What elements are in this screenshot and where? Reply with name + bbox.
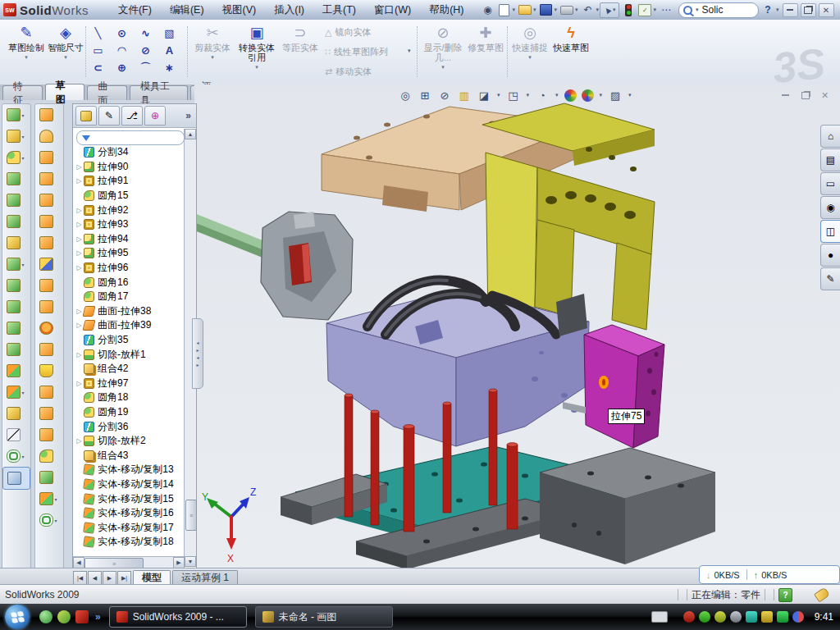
offset-entities-button[interactable]: ⊃ 等距实体 (282, 23, 318, 80)
sketch-entity-icon[interactable]: ⊘ (135, 42, 158, 59)
open-dropdown-icon[interactable]: ▾ (533, 7, 536, 13)
expand-arrow-icon[interactable]: ▷ (75, 380, 84, 387)
feature-tool-button[interactable]: ▾ (2, 381, 29, 403)
tree-item[interactable]: ▷ 实体-移动/复制14 (75, 477, 183, 492)
tree-item[interactable]: ▷ 拉伸93 (75, 217, 183, 232)
zoom-in-out-icon[interactable]: ⊘ (437, 88, 452, 103)
view-settings-icon[interactable]: ▨ (608, 88, 623, 103)
expand-arrow-icon[interactable]: ▷ (75, 264, 84, 272)
select-tool[interactable]: ▲▾ (600, 2, 619, 18)
display-style-icon[interactable]: ◪ (477, 88, 491, 103)
tag-icon[interactable] (814, 587, 830, 602)
feature-tool-button[interactable]: ▾ (2, 424, 29, 445)
tray-icon[interactable] (777, 611, 788, 623)
surface-tool-button[interactable]: ▾ (35, 360, 62, 381)
tree-item[interactable]: ▷ 曲面-拉伸39 (75, 318, 183, 333)
feature-tool-button[interactable]: ▾ (2, 339, 29, 360)
surface-tool-button[interactable]: ▾ (35, 168, 62, 189)
tree-item[interactable]: ▷ 实体-移动/复制15 (75, 491, 183, 506)
surface-tool-button[interactable]: ▾ (35, 296, 62, 317)
app-restore-button[interactable] (801, 3, 816, 17)
doc-close-button[interactable]: ✕ (818, 89, 832, 101)
save-icon[interactable] (539, 3, 554, 17)
sketch-entity-icon[interactable]: ⌒ (135, 59, 158, 76)
sketch-entity-icon[interactable]: ▭ (87, 42, 111, 59)
surface-tool-button[interactable]: ▾ (35, 232, 62, 253)
featuremanager-tab-icon[interactable] (75, 106, 97, 126)
tray-icon[interactable] (730, 611, 742, 623)
doc-restore-button[interactable] (798, 89, 812, 101)
nav-last-button[interactable]: ▶| (117, 571, 131, 585)
tray-icon[interactable] (746, 611, 757, 623)
command-tab[interactable]: 模具工具 (130, 85, 188, 100)
propertymanager-tab-icon[interactable]: ✎ (98, 106, 120, 126)
tree-item[interactable]: ▷ 切除-放样2 (75, 434, 183, 449)
feature-tool-button[interactable]: ▾ (2, 317, 29, 339)
task-pane-tab[interactable]: ◉ (820, 196, 840, 219)
surface-tool-button[interactable]: ▾ (35, 445, 62, 467)
feature-tool-button[interactable]: ▾ (2, 445, 29, 467)
menu-item[interactable]: 工具(T) (314, 1, 364, 20)
feature-tool-button[interactable]: ▾ (2, 168, 29, 189)
scroll-down-button[interactable]: ▼ (185, 556, 196, 567)
tree-item[interactable]: ▷ 拉伸96 (75, 261, 183, 276)
surface-tool-button[interactable]: ▾ (35, 253, 62, 275)
options-dropdown-icon[interactable]: ▾ (653, 7, 656, 13)
tree-item[interactable]: ▷ 圆角18 (75, 390, 183, 405)
menu-item[interactable]: 文件(F) (110, 1, 160, 20)
tree-filter-input[interactable] (76, 130, 185, 145)
surface-tool-button[interactable]: ▾ (35, 189, 62, 211)
surface-tool-button[interactable]: ▾ (35, 403, 62, 424)
command-tab[interactable]: 草图 (45, 84, 85, 100)
sketch-button[interactable]: ✎ 草图绘制▾ (7, 23, 46, 80)
surface-tool-button[interactable]: ▾ (35, 126, 62, 147)
menu-item[interactable]: 插入(I) (266, 1, 313, 20)
surface-tool-button[interactable]: ▾ (35, 317, 62, 339)
tree-item[interactable]: ▷ 分割35 (75, 333, 183, 348)
tree-item[interactable]: ▷ 拉伸91 (75, 174, 183, 189)
command-tab[interactable]: 特征 (2, 85, 43, 100)
menu-item[interactable]: 视图(V) (214, 1, 265, 20)
rebuild-icon[interactable] (621, 3, 636, 17)
tree-item[interactable]: ▷ 曲面-拉伸38 (75, 304, 183, 319)
pin-icon[interactable]: ◉ (480, 3, 495, 17)
configurationmanager-tab-icon[interactable]: ⎇ (121, 106, 143, 126)
surface-tool-button[interactable]: ▾ (35, 147, 62, 168)
menu-item[interactable]: 编辑(E) (162, 1, 212, 20)
zoom-to-area-icon[interactable]: ⊞ (418, 88, 432, 103)
display-delete-relations-button[interactable]: ⊘ 显示/删除几...▾ (422, 23, 464, 80)
scene-icon[interactable] (582, 89, 594, 102)
scroll-right-button[interactable]: ▶ (173, 557, 185, 568)
expand-arrow-icon[interactable]: ▷ (75, 207, 84, 214)
search-box[interactable]: ▾ Solic (678, 2, 759, 18)
feature-tool-button[interactable]: ▾ (2, 403, 29, 424)
search-dropdown-icon[interactable]: ▾ (696, 7, 699, 13)
task-pane-tab[interactable]: ● (820, 244, 840, 267)
sketch-entity-icon[interactable]: ⊙ (111, 25, 135, 42)
scene-dropdown-icon[interactable]: ▾ (600, 92, 603, 98)
help-dropdown-icon[interactable]: ▾ (776, 7, 779, 13)
expand-arrow-icon[interactable]: ▷ (75, 235, 84, 243)
section-view-icon[interactable]: ▥ (457, 88, 472, 103)
view-settings-dropdown-icon[interactable]: ▾ (628, 92, 632, 98)
tree-item[interactable]: ▷ 拉伸92 (75, 203, 183, 217)
taskbar-window-button[interactable]: 未命名 - 画图 (255, 606, 393, 628)
surface-tool-button[interactable]: ▾ (35, 381, 62, 403)
tray-icon[interactable] (699, 611, 710, 623)
tray-icon[interactable] (714, 611, 726, 623)
quick-snaps-button[interactable]: ◎ 快速捕捉▾ (512, 23, 548, 80)
undo-icon[interactable]: ↶ (581, 3, 596, 17)
pattern-dropdown-icon[interactable]: ▾ (408, 48, 411, 54)
options-icon[interactable]: ✓ (637, 3, 652, 17)
taskbar-window-button[interactable]: SolidWorks 2009 - ... (109, 606, 247, 628)
feature-tool-button[interactable]: ▾ (2, 360, 29, 381)
feature-tool-button[interactable]: ▾ (2, 232, 29, 253)
nav-first-button[interactable]: |◀ (73, 571, 87, 585)
rapid-sketch-button[interactable]: ϟ 快速草图 (553, 23, 589, 80)
surface-tool-button[interactable]: ▾ (35, 467, 62, 488)
print-dropdown-icon[interactable]: ▾ (575, 7, 578, 13)
smart-dimension-button[interactable]: ◈ 智能尺寸▾ (48, 23, 84, 80)
tree-item[interactable]: ▷ 切除-放样1 (75, 347, 183, 362)
sketch-entity-icon[interactable]: ⊕ (111, 59, 135, 76)
app-minimize-button[interactable] (783, 3, 798, 17)
